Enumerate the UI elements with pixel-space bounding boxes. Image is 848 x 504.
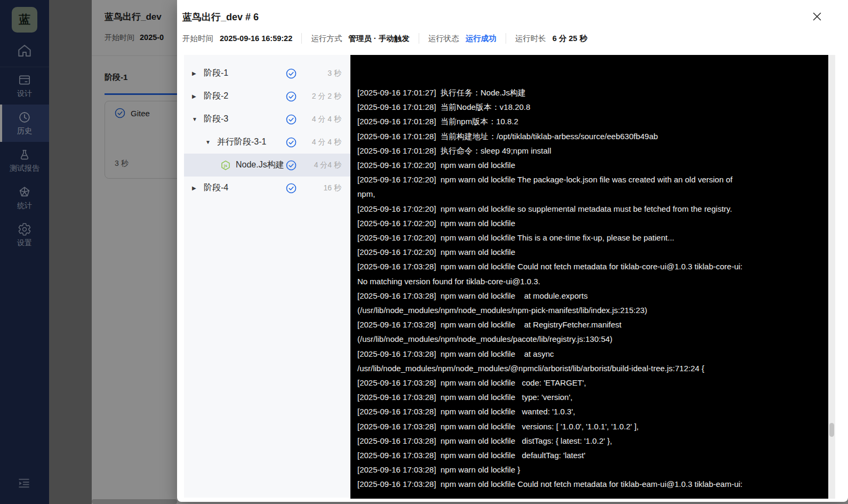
- run-info-row: 开始时间 2025-09-16 16:59:22 运行方式 管理员 · 手动触发…: [182, 31, 596, 45]
- caret-icon[interactable]: ▶: [192, 70, 204, 76]
- close-icon: [811, 11, 823, 22]
- success-check-icon: [286, 91, 297, 102]
- stage-duration: 4 分 4 秒: [302, 115, 341, 124]
- info-run-duration: 运行时长 6 分 25 秒: [506, 33, 596, 44]
- success-check-icon: [286, 137, 297, 148]
- stage-label: 阶段-1: [204, 68, 286, 79]
- stage-row-parallel-3-1[interactable]: ▼ 并行阶段-3-1 4 分 4 秒: [184, 131, 350, 154]
- stage-row-4[interactable]: ▶ 阶段-4 16 秒: [184, 177, 350, 199]
- console-log-line: [2025-09-16 17:02:20] npm warn old lockf…: [357, 172, 822, 187]
- console-log-line: [2025-09-16 17:02:20] npm warn old lockf…: [357, 216, 822, 230]
- stage-tree-panel: ▶ 阶段-1 3 秒 ▶ 阶段-2 2 分 2 秒 ▼ 阶段-3 4 分 4 秒…: [184, 55, 350, 498]
- run-status-value: 运行成功: [466, 34, 497, 44]
- stage-label: 阶段-3: [204, 114, 286, 125]
- console-log-line: [2025-09-16 17:02:20] npm warn old lockf…: [357, 202, 822, 216]
- console-log-line: [2025-09-16 17:03:28] npm warn old lockf…: [357, 419, 822, 434]
- stage-duration: 3 秒: [302, 69, 341, 78]
- console-log-line: [2025-09-16 17:03:28] npm warn old lockf…: [357, 434, 822, 448]
- console-log-line: [2025-09-16 17:01:28] 当前npm版本：10.8.2: [357, 114, 822, 129]
- console-log-line: [2025-09-16 17:02:20] npm warn old lockf…: [357, 158, 822, 172]
- stage-duration: 16 秒: [302, 183, 341, 193]
- console-log-line: No matching version found for tiklab-cor…: [357, 274, 822, 289]
- close-button[interactable]: [810, 9, 825, 24]
- console-log-line: [2025-09-16 17:03:28] npm warn old lockf…: [357, 462, 822, 477]
- info-label: 运行时长: [515, 34, 546, 44]
- info-value: 管理员 · 手动触发: [348, 34, 409, 44]
- info-label: 运行状态: [428, 34, 459, 44]
- console-log-line: [2025-09-16 17:01:27] 执行任务：Node.Js构建: [357, 85, 822, 100]
- console-log-line: [2025-09-16 17:03:28] npm warn old lockf…: [357, 390, 822, 404]
- console-log-line: [2025-09-16 17:02:20] npm warn old lockf…: [357, 230, 822, 245]
- console-log-line: [2025-09-16 17:01:28] 执行命令：sleep 49;npm …: [357, 143, 822, 158]
- console-scrollbar[interactable]: [828, 55, 835, 499]
- info-value: 2025-09-16 16:59:22: [220, 34, 292, 43]
- console-scrollbar-thumb[interactable]: [829, 423, 834, 437]
- stage-label: 阶段-2: [204, 91, 286, 102]
- run-detail-modal: 蓝鸟出行_dev # 6 开始时间 2025-09-16 16:59:22 运行…: [177, 0, 848, 502]
- nodejs-icon: js: [220, 160, 231, 171]
- console-log-line: (/usr/lib/node_modules/npm/node_modules/…: [357, 303, 822, 317]
- task-row-nodejs-build[interactable]: js Node.Js构建 4 分4 秒: [184, 154, 350, 177]
- console-log-line: /usr/lib/node_modules/npm/node_modules/@…: [357, 361, 822, 375]
- success-check-icon: [286, 114, 297, 125]
- console-log-line: [2025-09-16 17:03:28] npm warn old lockf…: [357, 375, 822, 390]
- console-log-line: [2025-09-16 17:03:28] npm warn old lockf…: [357, 259, 822, 274]
- console-log-line: npm,: [357, 187, 822, 201]
- console-log-line: [2025-09-16 17:01:28] 当前Node版本：v18.20.8: [357, 100, 822, 114]
- info-run-mode: 运行方式 管理员 · 手动触发: [301, 33, 418, 44]
- stage-label: 并行阶段-3-1: [217, 137, 286, 148]
- success-check-icon: [286, 68, 297, 79]
- console-log-line: [2025-09-16 17:03:28] npm warn old lockf…: [357, 477, 822, 491]
- caret-icon[interactable]: ▼: [192, 116, 204, 122]
- console-log-line: (/usr/lib/node_modules/npm/node_modules/…: [357, 332, 822, 346]
- stage-duration: 4 分 4 秒: [302, 138, 341, 147]
- console-log-line: [2025-09-16 17:01:28] 当前构建地址：/opt/tiklab…: [357, 129, 822, 143]
- stage-row-3[interactable]: ▼ 阶段-3 4 分 4 秒: [184, 108, 350, 131]
- console-log-line: [2025-09-16 17:03:28] npm warn old lockf…: [357, 317, 822, 332]
- stage-row-2[interactable]: ▶ 阶段-2 2 分 2 秒: [184, 85, 350, 108]
- console-log-line: [2025-09-16 17:03:28] npm warn old lockf…: [357, 448, 822, 462]
- svg-text:js: js: [223, 163, 227, 168]
- success-check-icon: [286, 160, 297, 171]
- caret-icon[interactable]: ▼: [205, 139, 217, 145]
- success-check-icon: [286, 183, 297, 194]
- run-title: 蓝鸟出行_dev # 6: [182, 11, 259, 23]
- console-log-line: [2025-09-16 17:02:20] npm warn old lockf…: [357, 245, 822, 259]
- build-log-console[interactable]: [2025-09-16 17:01:27] 执行任务：Node.Js构建 [20…: [350, 55, 828, 499]
- task-duration: 4 分4 秒: [302, 161, 341, 170]
- info-label: 运行方式: [311, 34, 342, 44]
- caret-icon[interactable]: ▶: [192, 93, 204, 99]
- task-label: Node.Js构建: [236, 159, 286, 171]
- stage-label: 阶段-4: [204, 182, 286, 194]
- info-value: 6 分 25 秒: [553, 34, 587, 44]
- info-start-time: 开始时间 2025-09-16 16:59:22: [182, 33, 301, 44]
- caret-icon[interactable]: ▶: [192, 185, 204, 191]
- stage-duration: 2 分 2 秒: [302, 92, 341, 101]
- console-log-line: [2025-09-16 17:03:28] npm warn old lockf…: [357, 289, 822, 303]
- console-log-line: [2025-09-16 17:03:28] npm warn old lockf…: [357, 404, 822, 419]
- info-run-status: 运行状态 运行成功: [419, 33, 506, 44]
- stage-row-1[interactable]: ▶ 阶段-1 3 秒: [184, 62, 350, 85]
- info-label: 开始时间: [182, 34, 213, 44]
- console-log-line: [2025-09-16 17:03:28] npm warn old lockf…: [357, 347, 822, 361]
